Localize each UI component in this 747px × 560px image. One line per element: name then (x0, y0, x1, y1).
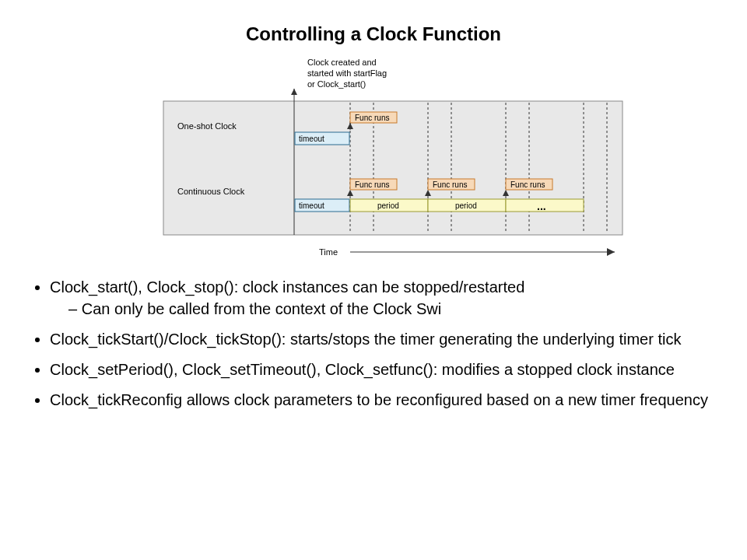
oneshot-label: One-shot Clock (177, 121, 237, 131)
annotation-line2: started with startFlag (307, 68, 387, 78)
start-arrowhead (291, 89, 297, 95)
annotation-line3: or Clock_start() (307, 79, 366, 89)
slide-title: Controlling a Clock Function (31, 23, 716, 45)
annotation-line1: Clock created and (307, 58, 377, 67)
cont-timeout-text: timeout (299, 201, 324, 210)
oneshot-func-text: Func runs (355, 114, 389, 122)
bullet-list: Clock_start(), Clock_stop(): clock insta… (31, 278, 716, 410)
bullet-2: Clock_tickStart()/Clock_tickStop(): star… (50, 330, 716, 349)
cont-period1-text: period (377, 201, 399, 210)
time-label: Time (319, 247, 338, 257)
bullet-1-sub-1: Can only be called from the context of t… (68, 299, 716, 319)
bullet-4: Clock_tickReconfig allows clock paramete… (50, 390, 716, 410)
cont-ellipsis-text: ... (537, 200, 546, 212)
timing-diagram: Clock created and started with startFlag… (31, 56, 716, 262)
cont-period2-text: period (455, 201, 477, 210)
bullet-3: Clock_setPeriod(), Clock_setTimeout(), C… (50, 360, 716, 380)
time-arrowhead (607, 248, 615, 256)
cont-func2-text: Func runs (433, 180, 467, 189)
continuous-label: Continuous Clock (177, 187, 245, 196)
oneshot-timeout-text: timeout (299, 135, 324, 143)
cont-func3-text: Func runs (510, 180, 545, 189)
bullet-1-text: Clock_start(), Clock_stop(): clock insta… (50, 278, 524, 296)
cont-func1-text: Func runs (355, 180, 389, 189)
bullet-1: Clock_start(), Clock_stop(): clock insta… (50, 278, 716, 319)
